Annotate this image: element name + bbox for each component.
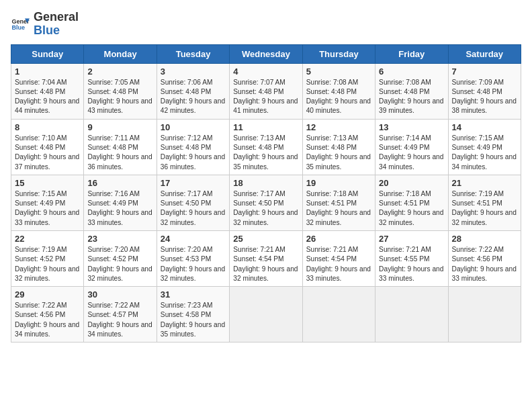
calendar-cell: 20Sunrise: 7:18 AMSunset: 4:51 PMDayligh…	[375, 175, 448, 230]
cell-content: Sunrise: 7:07 AMSunset: 4:48 PMDaylight:…	[233, 78, 298, 116]
day-number: 10	[161, 122, 226, 132]
calendar-cell: 11Sunrise: 7:13 AMSunset: 4:48 PMDayligh…	[230, 119, 302, 175]
cell-content: Sunrise: 7:20 AMSunset: 4:52 PMDaylight:…	[87, 245, 152, 283]
cell-content: Sunrise: 7:17 AMSunset: 4:50 PMDaylight:…	[161, 189, 226, 228]
day-number: 13	[379, 122, 444, 132]
day-number: 23	[87, 234, 152, 244]
day-number: 29	[15, 289, 80, 300]
logo-icon: General Blue	[11, 15, 30, 34]
calendar-week-2: 8Sunrise: 7:10 AMSunset: 4:48 PMDaylight…	[11, 119, 521, 175]
cell-content: Sunrise: 7:10 AMSunset: 4:48 PMDaylight:…	[15, 134, 80, 172]
calendar-cell: 25Sunrise: 7:21 AMSunset: 4:54 PMDayligh…	[230, 230, 302, 286]
cell-content: Sunrise: 7:08 AMSunset: 4:48 PMDaylight:…	[306, 78, 371, 116]
calendar-cell: 9Sunrise: 7:11 AMSunset: 4:48 PMDaylight…	[84, 119, 157, 175]
day-number: 6	[379, 66, 444, 77]
day-number: 2	[87, 66, 152, 77]
calendar-cell: 3Sunrise: 7:06 AMSunset: 4:48 PMDaylight…	[157, 63, 229, 119]
cell-content: Sunrise: 7:20 AMSunset: 4:53 PMDaylight:…	[161, 245, 226, 283]
column-header-monday: Monday	[84, 44, 157, 63]
cell-content: Sunrise: 7:18 AMSunset: 4:51 PMDaylight:…	[379, 189, 444, 228]
day-number: 3	[161, 66, 226, 77]
calendar-week-1: 1Sunrise: 7:04 AMSunset: 4:48 PMDaylight…	[11, 63, 521, 119]
cell-content: Sunrise: 7:11 AMSunset: 4:48 PMDaylight:…	[87, 134, 152, 172]
day-number: 12	[306, 122, 371, 132]
calendar-cell	[375, 287, 448, 342]
calendar-cell	[448, 287, 521, 342]
cell-content: Sunrise: 7:13 AMSunset: 4:48 PMDaylight:…	[233, 134, 298, 172]
day-number: 22	[15, 234, 80, 244]
day-number: 5	[306, 66, 371, 77]
cell-content: Sunrise: 7:12 AMSunset: 4:48 PMDaylight:…	[161, 134, 226, 172]
cell-content: Sunrise: 7:21 AMSunset: 4:54 PMDaylight:…	[306, 245, 371, 283]
cell-content: Sunrise: 7:16 AMSunset: 4:49 PMDaylight:…	[87, 189, 152, 228]
cell-content: Sunrise: 7:15 AMSunset: 4:49 PMDaylight:…	[452, 134, 517, 172]
calendar-cell: 26Sunrise: 7:21 AMSunset: 4:54 PMDayligh…	[302, 230, 375, 286]
calendar-cell: 4Sunrise: 7:07 AMSunset: 4:48 PMDaylight…	[230, 63, 302, 119]
calendar-cell: 22Sunrise: 7:19 AMSunset: 4:52 PMDayligh…	[11, 230, 84, 286]
calendar-cell: 31Sunrise: 7:23 AMSunset: 4:58 PMDayligh…	[157, 287, 229, 342]
day-number: 30	[87, 289, 152, 300]
cell-content: Sunrise: 7:22 AMSunset: 4:56 PMDaylight:…	[15, 301, 80, 339]
day-number: 28	[452, 234, 517, 244]
day-number: 14	[452, 122, 517, 132]
cell-content: Sunrise: 7:13 AMSunset: 4:48 PMDaylight:…	[306, 134, 371, 172]
header: General Blue General Blue	[11, 11, 521, 38]
svg-text:Blue: Blue	[11, 24, 25, 31]
calendar-cell: 6Sunrise: 7:08 AMSunset: 4:48 PMDaylight…	[375, 63, 448, 119]
day-number: 17	[161, 178, 226, 188]
day-number: 27	[379, 234, 444, 244]
calendar-cell: 1Sunrise: 7:04 AMSunset: 4:48 PMDaylight…	[11, 63, 84, 119]
column-header-thursday: Thursday	[302, 44, 375, 63]
day-number: 26	[306, 234, 371, 244]
cell-content: Sunrise: 7:19 AMSunset: 4:52 PMDaylight:…	[15, 245, 80, 283]
calendar-cell	[302, 287, 375, 342]
cell-content: Sunrise: 7:21 AMSunset: 4:54 PMDaylight:…	[233, 245, 298, 283]
calendar-cell	[230, 287, 302, 342]
day-number: 20	[379, 178, 444, 188]
calendar-cell: 14Sunrise: 7:15 AMSunset: 4:49 PMDayligh…	[448, 119, 521, 175]
calendar-cell: 23Sunrise: 7:20 AMSunset: 4:52 PMDayligh…	[84, 230, 157, 286]
calendar-cell: 18Sunrise: 7:17 AMSunset: 4:50 PMDayligh…	[230, 175, 302, 230]
cell-content: Sunrise: 7:22 AMSunset: 4:57 PMDaylight:…	[87, 301, 152, 339]
day-number: 4	[233, 66, 298, 77]
day-number: 9	[87, 122, 152, 132]
day-number: 7	[452, 66, 517, 77]
cell-content: Sunrise: 7:04 AMSunset: 4:48 PMDaylight:…	[15, 78, 80, 116]
calendar-cell: 21Sunrise: 7:19 AMSunset: 4:51 PMDayligh…	[448, 175, 521, 230]
cell-content: Sunrise: 7:19 AMSunset: 4:51 PMDaylight:…	[452, 189, 517, 228]
cell-content: Sunrise: 7:22 AMSunset: 4:56 PMDaylight:…	[452, 245, 517, 283]
day-number: 16	[87, 178, 152, 188]
cell-content: Sunrise: 7:21 AMSunset: 4:55 PMDaylight:…	[379, 245, 444, 283]
calendar-cell: 5Sunrise: 7:08 AMSunset: 4:48 PMDaylight…	[302, 63, 375, 119]
calendar-cell: 2Sunrise: 7:05 AMSunset: 4:48 PMDaylight…	[84, 63, 157, 119]
column-header-wednesday: Wednesday	[230, 44, 302, 63]
calendar-cell: 30Sunrise: 7:22 AMSunset: 4:57 PMDayligh…	[84, 287, 157, 342]
calendar-header-row: SundayMondayTuesdayWednesdayThursdayFrid…	[11, 44, 521, 63]
day-number: 8	[15, 122, 80, 132]
calendar-week-5: 29Sunrise: 7:22 AMSunset: 4:56 PMDayligh…	[11, 287, 521, 342]
column-header-sunday: Sunday	[11, 44, 84, 63]
cell-content: Sunrise: 7:15 AMSunset: 4:49 PMDaylight:…	[15, 189, 80, 228]
cell-content: Sunrise: 7:08 AMSunset: 4:48 PMDaylight:…	[379, 78, 444, 116]
calendar-cell: 29Sunrise: 7:22 AMSunset: 4:56 PMDayligh…	[11, 287, 84, 342]
cell-content: Sunrise: 7:06 AMSunset: 4:48 PMDaylight:…	[161, 78, 226, 116]
cell-content: Sunrise: 7:17 AMSunset: 4:50 PMDaylight:…	[233, 189, 298, 228]
calendar-week-3: 15Sunrise: 7:15 AMSunset: 4:49 PMDayligh…	[11, 175, 521, 230]
logo: General Blue General Blue	[11, 11, 79, 38]
calendar-cell: 27Sunrise: 7:21 AMSunset: 4:55 PMDayligh…	[375, 230, 448, 286]
day-number: 31	[161, 289, 226, 300]
cell-content: Sunrise: 7:14 AMSunset: 4:49 PMDaylight:…	[379, 134, 444, 172]
calendar-cell: 7Sunrise: 7:09 AMSunset: 4:48 PMDaylight…	[448, 63, 521, 119]
calendar-body: 1Sunrise: 7:04 AMSunset: 4:48 PMDaylight…	[11, 63, 521, 342]
calendar-table: SundayMondayTuesdayWednesdayThursdayFrid…	[11, 44, 521, 343]
day-number: 25	[233, 234, 298, 244]
cell-content: Sunrise: 7:05 AMSunset: 4:48 PMDaylight:…	[87, 78, 152, 116]
calendar-cell: 17Sunrise: 7:17 AMSunset: 4:50 PMDayligh…	[157, 175, 229, 230]
calendar-cell: 12Sunrise: 7:13 AMSunset: 4:48 PMDayligh…	[302, 119, 375, 175]
main-container: General Blue General Blue SundayMondayTu…	[0, 0, 532, 348]
column-header-tuesday: Tuesday	[157, 44, 229, 63]
day-number: 1	[15, 66, 80, 77]
cell-content: Sunrise: 7:09 AMSunset: 4:48 PMDaylight:…	[452, 78, 517, 116]
logo-text: General Blue	[34, 11, 79, 38]
calendar-cell: 16Sunrise: 7:16 AMSunset: 4:49 PMDayligh…	[84, 175, 157, 230]
